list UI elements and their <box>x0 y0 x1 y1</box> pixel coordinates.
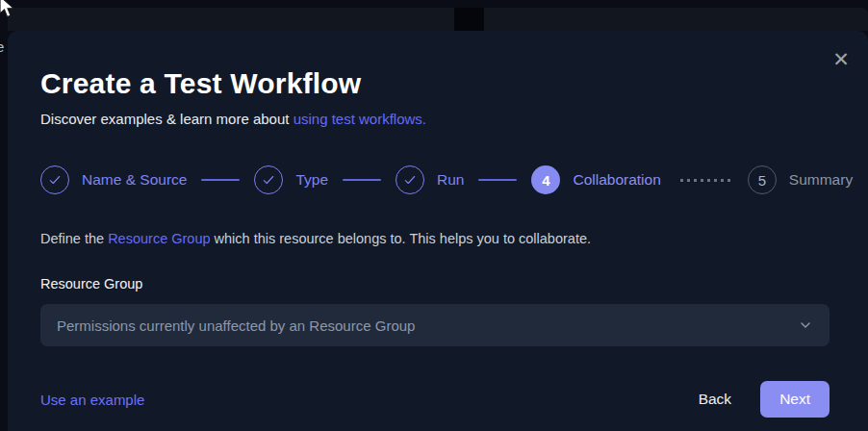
close-icon[interactable]: ✕ <box>828 46 855 73</box>
step-label: Collaboration <box>573 171 660 189</box>
step-collaboration[interactable]: 4 Collaboration <box>531 165 660 194</box>
back-button[interactable]: Back <box>689 383 741 416</box>
app-screen: { "background": { "clipped_text": "e" },… <box>0 0 868 431</box>
use-an-example-link[interactable]: Use an example <box>40 392 144 408</box>
resource-group-select[interactable]: Permissions currently unaffected by an R… <box>40 304 830 346</box>
background-top-band-notch <box>454 8 484 31</box>
step-connector <box>343 179 381 181</box>
step-upcoming-circle: 5 <box>748 165 777 194</box>
check-icon <box>262 173 275 187</box>
footer-actions: Back Next <box>689 381 830 418</box>
step-description: Define the Resource Group which this res… <box>40 231 830 246</box>
step-run[interactable]: Run <box>396 165 464 194</box>
step-label: Run <box>437 171 464 189</box>
modal-subtitle: Discover examples & learn more about usi… <box>40 111 830 127</box>
step-label: Name & Source <box>82 171 187 189</box>
step-type[interactable]: Type <box>254 165 328 194</box>
step-active-circle: 4 <box>531 165 560 194</box>
using-test-workflows-link[interactable]: using test workflows. <box>294 111 426 127</box>
step-name-and-source[interactable]: Name & Source <box>40 165 187 194</box>
modal-title: Create a Test Workflow <box>40 67 830 100</box>
resource-group-label: Resource Group <box>40 276 830 292</box>
step-complete-circle <box>396 165 424 194</box>
chevron-down-icon <box>798 317 813 333</box>
subtitle-text: Discover examples & learn more about <box>40 111 294 127</box>
next-button[interactable]: Next <box>760 381 830 418</box>
step-dotted-connector <box>680 179 732 182</box>
wizard-stepper: Name & Source Type Run 4 Collaboration 5… <box>40 165 830 194</box>
step-connector <box>478 179 517 181</box>
background-top-band <box>8 8 868 31</box>
check-icon <box>403 173 417 187</box>
resource-group-link[interactable]: Resource Group <box>108 231 210 246</box>
step-label: Type <box>295 171 328 189</box>
create-test-workflow-modal: ✕ Create a Test Workflow Discover exampl… <box>8 31 868 431</box>
mouse-cursor-icon <box>0 0 17 21</box>
step-summary[interactable]: 5 Summary <box>748 165 853 194</box>
description-text: which this resource belongs to. This hel… <box>211 231 591 246</box>
select-placeholder-text: Permissions currently unaffected by an R… <box>57 317 415 334</box>
description-text: Define the <box>40 231 108 246</box>
step-complete-circle <box>40 165 69 194</box>
background-clipped-text: e <box>0 38 4 55</box>
step-connector <box>201 179 240 181</box>
modal-footer: Use an example Back Next <box>40 381 830 418</box>
step-complete-circle <box>254 165 283 194</box>
check-icon <box>48 173 62 187</box>
step-label: Summary <box>789 171 853 189</box>
